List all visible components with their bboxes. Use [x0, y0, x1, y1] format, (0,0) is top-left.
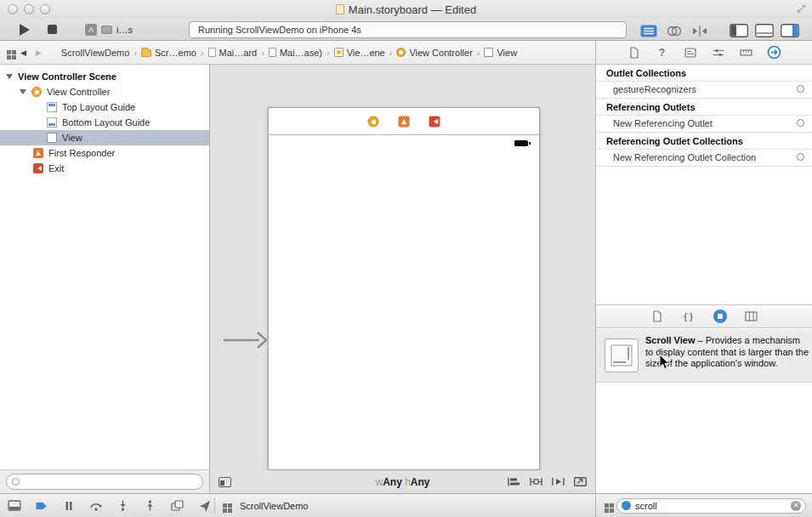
- version-editor-button[interactable]: [690, 24, 709, 37]
- scene-icon: [334, 48, 344, 57]
- outline-filter-input[interactable]: [24, 477, 197, 487]
- scheme-selector[interactable]: A i…s: [85, 23, 133, 37]
- file-template-library-icon[interactable]: [649, 308, 666, 325]
- exit-icon: [33, 163, 43, 173]
- activity-status-text: Running ScrollViewDemo on iPhone 4s: [198, 25, 361, 35]
- exit-icon[interactable]: [429, 116, 440, 127]
- breadcrumb-item-view-controller[interactable]: View Controller: [396, 48, 472, 58]
- toggle-debug-area-button[interactable]: [755, 24, 774, 37]
- toggle-utilities-button[interactable]: [781, 24, 799, 37]
- identity-inspector-icon[interactable]: [682, 44, 699, 61]
- disclosure-triangle-icon[interactable]: [20, 89, 26, 94]
- file-inspector-icon[interactable]: [626, 44, 643, 61]
- step-over-icon[interactable]: [88, 499, 103, 513]
- disclosure-triangle-icon[interactable]: [6, 74, 13, 79]
- debug-view-hierarchy-icon[interactable]: [170, 499, 185, 513]
- breadcrumb-item-folder[interactable]: Scr…emo: [141, 48, 196, 58]
- outline-filter-field[interactable]: [6, 474, 203, 490]
- view-controller-frame[interactable]: [268, 107, 540, 470]
- status-bar-battery-icon: [514, 140, 528, 146]
- connection-well-icon[interactable]: [797, 85, 804, 93]
- toggle-navigator-button[interactable]: [730, 24, 748, 37]
- simulate-location-icon[interactable]: [197, 499, 212, 513]
- mouse-cursor: [659, 354, 671, 371]
- size-inspector-icon[interactable]: [738, 44, 755, 61]
- chevron-separator-icon: ›: [477, 48, 480, 58]
- storyboard-canvas[interactable]: wAny hAny: [210, 65, 595, 493]
- outline-row-view-controller[interactable]: View Controller: [0, 84, 209, 99]
- breadcrumb-item-view[interactable]: View: [484, 48, 517, 58]
- object-library-icon[interactable]: [712, 308, 729, 325]
- close-button[interactable]: [8, 4, 18, 14]
- outline-row-bottom-layout-guide[interactable]: Bottom Layout Guide: [0, 115, 209, 130]
- step-into-icon[interactable]: [116, 499, 130, 513]
- code-snippet-library-icon[interactable]: { }: [680, 308, 697, 325]
- minimize-button[interactable]: [24, 4, 34, 14]
- fullscreen-icon[interactable]: ⤢: [797, 3, 805, 14]
- run-button[interactable]: [20, 24, 30, 36]
- outline-row-first-responder[interactable]: First Responder: [0, 145, 209, 161]
- size-class-control[interactable]: wAny hAny: [375, 476, 429, 488]
- library-search-field[interactable]: ✕: [616, 498, 806, 514]
- step-out-icon[interactable]: [143, 499, 157, 513]
- pin-icon[interactable]: [529, 476, 543, 487]
- assistant-editor-button[interactable]: [665, 24, 684, 37]
- chevron-separator-icon: ›: [261, 48, 264, 58]
- outline-row-top-layout-guide[interactable]: Top Layout Guide: [0, 99, 209, 115]
- clear-search-icon[interactable]: ✕: [791, 501, 801, 511]
- utilities-panel: Outlet Collections gestureRecognizers Re…: [595, 65, 812, 493]
- scheme-app-icon: A: [85, 24, 97, 36]
- align-icon[interactable]: [507, 476, 521, 487]
- chevron-separator-icon: ›: [201, 48, 204, 58]
- window-title: Main.storyboard — Edited: [349, 3, 476, 16]
- running-process: ScrollViewDemo: [223, 494, 309, 517]
- outline-row-view[interactable]: View: [0, 130, 209, 145]
- pause-icon[interactable]: [61, 499, 76, 513]
- outline-row-exit[interactable]: Exit: [0, 161, 209, 176]
- first-responder-icon[interactable]: [399, 116, 410, 127]
- connection-well-icon[interactable]: [797, 153, 804, 161]
- debug-controls: [7, 494, 212, 517]
- hide-debug-area-icon[interactable]: [7, 499, 21, 513]
- library-filter-bar: ✕: [595, 494, 812, 517]
- stop-button[interactable]: [48, 25, 57, 34]
- outline-row-scene[interactable]: View Controller Scene: [0, 69, 209, 84]
- toolbar: A i…s Running ScrollViewDemo on iPhone 4…: [0, 19, 812, 41]
- xcode-window: Main.storyboard — Edited ⤢ A i…s Running…: [0, 0, 812, 517]
- document-outline-toggle-icon[interactable]: [219, 477, 231, 487]
- zoom-button[interactable]: [40, 4, 50, 14]
- breadcrumb-item-project[interactable]: ScrollViewDemo: [61, 48, 130, 58]
- top-layout-guide-icon: [47, 102, 57, 112]
- connections-section-header: Outlet Collections: [596, 65, 812, 82]
- library-grid-view-icon[interactable]: [605, 503, 609, 508]
- media-library-icon[interactable]: [743, 308, 760, 325]
- storyboard-file-icon: [336, 4, 344, 14]
- library-item-scroll-view[interactable]: Scroll View – Provides a mechanism to di…: [596, 329, 812, 383]
- connections-inspector-icon[interactable]: [766, 44, 783, 61]
- attributes-inspector-icon[interactable]: [710, 44, 727, 61]
- process-name: ScrollViewDemo: [240, 501, 309, 511]
- breadcrumb-item-storyboard[interactable]: Mai…ard: [208, 48, 258, 58]
- resizing-behavior-icon[interactable]: [573, 476, 588, 487]
- breakpoints-icon[interactable]: [34, 499, 48, 513]
- initial-view-controller-arrow: [224, 329, 268, 351]
- connection-well-icon[interactable]: [797, 119, 804, 127]
- back-button[interactable]: ◀: [19, 47, 28, 59]
- view-controller-icon: [31, 87, 42, 97]
- first-responder-icon: [33, 148, 43, 158]
- quick-help-inspector-icon[interactable]: ?: [654, 44, 671, 61]
- related-items-icon[interactable]: [7, 50, 11, 54]
- standard-editor-button[interactable]: [639, 24, 658, 37]
- window-controls: [8, 4, 50, 14]
- breadcrumb-item-base[interactable]: Mai…ase): [269, 48, 322, 58]
- view-controller-icon: [396, 48, 406, 57]
- scene-dock: [269, 108, 539, 135]
- bottom-layout-guide-icon: [47, 117, 57, 128]
- resolve-auto-layout-icon[interactable]: [551, 476, 565, 487]
- breadcrumb-item-scene[interactable]: Vie…ene: [334, 48, 385, 58]
- forward-button[interactable]: ▶: [34, 47, 43, 59]
- scheme-label: i…s: [116, 25, 133, 35]
- view-controller-icon[interactable]: [368, 116, 379, 127]
- storyboard-doc-icon: [269, 48, 276, 57]
- library-search-input[interactable]: [635, 501, 786, 511]
